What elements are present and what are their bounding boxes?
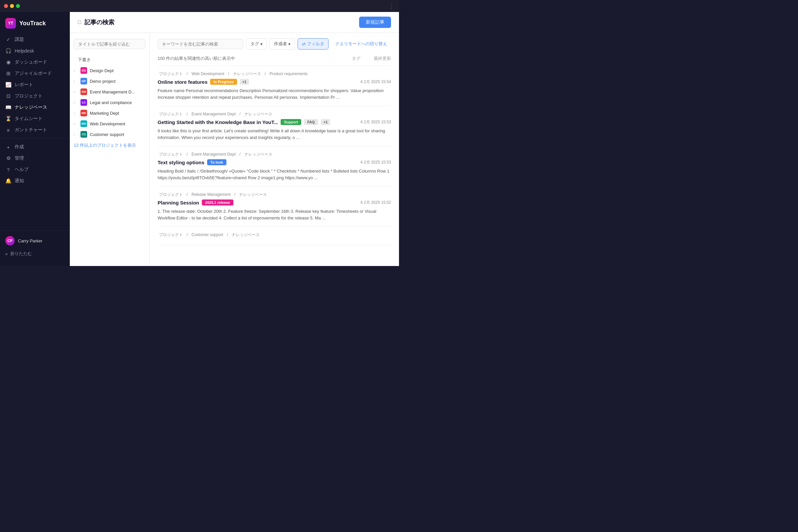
window-controls[interactable] (4, 4, 20, 8)
article-card-partial: プロジェクト / Customer support / ナレッジベース (158, 227, 391, 245)
results-count: 100 件の結果を関連性の高い順に表示中 (158, 56, 235, 61)
filter-button[interactable]: ⇄ フィルタ (298, 38, 328, 50)
agile-icon: ⊞ (5, 71, 11, 76)
filter-icon: ⇄ (302, 41, 306, 46)
project-item-demo[interactable]: › DP Demo project (70, 76, 149, 87)
project-name: Design Dept (90, 68, 114, 73)
article-title-row: Getting Started with the Knowledge Base … (158, 119, 391, 125)
title-filter-input[interactable] (74, 39, 145, 49)
sidebar-item-timesheets[interactable]: ⌛ タイムシート (0, 113, 70, 125)
articles-list: プロジェクト / Web Development / ナレッジベース / Pro… (158, 66, 391, 245)
article-title[interactable]: Online store features (158, 79, 208, 85)
chevron-right-icon: › (74, 133, 78, 136)
sidebar-item-reports[interactable]: 📈 レポート (0, 79, 70, 91)
breadcrumb-part: ナレッジベース (244, 152, 272, 157)
results-info: 100 件の結果を関連性の高い順に表示中 タグ 最終更新 (158, 54, 391, 66)
chevron-right-icon: › (74, 79, 78, 83)
project-item-design[interactable]: › DD Design Dept (70, 65, 149, 76)
project-item-legal[interactable]: › LC Legal and compliance (70, 97, 149, 108)
project-item-marketing[interactable]: › MD Marketing Dept (70, 108, 149, 118)
article-breadcrumb: プロジェクト / Web Development / ナレッジベース / Pro… (158, 71, 391, 77)
logo-icon: YT (5, 18, 16, 28)
article-breadcrumb: プロジェクト / Release Management / ナレッジベース (158, 192, 391, 197)
keyword-search-input[interactable] (158, 39, 243, 49)
logo-text: YouTrack (19, 20, 46, 27)
article-card[interactable]: プロジェクト / Event Management Dept / ナレッジベース… (158, 106, 391, 146)
header-title-area: □ 記事の検索 (78, 18, 114, 26)
article-excerpt: It looks like this is your first article… (158, 128, 391, 141)
author-filter-button[interactable]: 作成者 ▾ (270, 38, 295, 50)
project-color-dot: MD (80, 110, 87, 116)
sidebar: YT YouTrack ✓ 課題 🎧 Helpdesk ◉ ダッシュボード ⊞ … (0, 12, 70, 266)
chevron-right-icon: › (74, 122, 78, 126)
article-card[interactable]: プロジェクト / Event Management Dept / ナレッジベース… (158, 146, 391, 187)
sidebar-logo[interactable]: YT YouTrack (0, 16, 70, 34)
sidebar-item-label: タイムシート (15, 116, 42, 122)
project-item-event[interactable]: › EM Event Management D... (70, 87, 149, 97)
sidebar-item-label: 作成 (15, 144, 24, 150)
sidebar-item-help[interactable]: ? ヘルプ (0, 164, 70, 175)
project-name: Marketing Dept (90, 111, 119, 116)
breadcrumb-part: Product requirements (270, 72, 308, 76)
sidebar-item-agile[interactable]: ⊞ アジャイルボード (0, 68, 70, 79)
tag-badge: +1 (321, 119, 330, 125)
sidebar-item-issues[interactable]: ✓ 課題 (0, 34, 70, 45)
article-title[interactable]: Text styling options (158, 159, 205, 165)
collapse-button[interactable]: « 折りたたむ (0, 248, 70, 259)
sidebar-item-knowledge[interactable]: 📖 ナレッジベース (0, 102, 70, 113)
tag-badge: +1 (240, 79, 249, 85)
query-mode-button[interactable]: クエリモードへの切り替え (331, 39, 391, 49)
breadcrumb-part: プロジェクト (159, 152, 183, 157)
article-card[interactable]: プロジェクト / Web Development / ナレッジベース / Pro… (158, 66, 391, 106)
author-chevron-icon: ▾ (288, 41, 291, 46)
titlebar-menu-icon[interactable]: ⋮ (388, 2, 395, 10)
project-name: Customer support (90, 132, 124, 137)
breadcrumb-part: Release Management (191, 192, 230, 197)
article-card[interactable]: プロジェクト / Release Management / ナレッジベース Pl… (158, 187, 391, 227)
user-profile[interactable]: CP Carry Parker (0, 233, 70, 248)
project-name: Web Development (90, 121, 125, 126)
project-color-dot: WD (80, 120, 87, 127)
issues-icon: ✓ (5, 37, 11, 42)
minimize-button[interactable] (10, 4, 14, 8)
show-more-projects[interactable]: 12 件以上のプロジェクトを表示 (70, 140, 149, 151)
project-item-web[interactable]: › WD Web Development (70, 118, 149, 129)
maximize-button[interactable] (16, 4, 20, 8)
breadcrumb-part: Web Development (191, 72, 225, 76)
new-article-button[interactable]: 新規記事 (359, 17, 391, 28)
collapse-label: 折りたたむ (10, 251, 32, 257)
sidebar-item-create[interactable]: + 作成 (0, 141, 70, 153)
user-name: Carry Parker (18, 239, 42, 243)
tag-filter-button[interactable]: タグ ▾ (246, 38, 267, 50)
breadcrumb-part: Event Management Dept (191, 152, 236, 157)
article-title[interactable]: Planning Session (158, 200, 199, 206)
project-color-dot: CS (80, 131, 87, 138)
sidebar-item-gantt[interactable]: ≡ ガントチャート (0, 125, 70, 136)
article-excerpt: Heading Bold / Italic / /Strikethrough/ … (158, 168, 391, 181)
article-title[interactable]: Getting Started with the Knowledge Base … (158, 119, 278, 125)
author-filter-label: 作成者 (274, 41, 287, 47)
chevron-right-icon: › (74, 111, 78, 115)
titlebar: ⋮ (0, 0, 399, 12)
close-button[interactable] (4, 4, 8, 8)
knowledge-icon: 📖 (5, 104, 11, 110)
sidebar-item-dashboard[interactable]: ◉ ダッシュボード (0, 57, 70, 68)
project-item-support[interactable]: › CS Customer support (70, 129, 149, 140)
article-date: 4 2月 2025 15:54 (360, 79, 391, 85)
sidebar-item-helpdesk[interactable]: 🎧 Helpdesk (0, 45, 70, 57)
sidebar-item-notifications[interactable]: 🔔 通知 (0, 175, 70, 187)
sidebar-item-projects[interactable]: ⊡ プロジェクト (0, 91, 70, 102)
tag-chevron-icon: ▾ (260, 41, 263, 46)
draft-item[interactable]: 下書き (70, 55, 149, 65)
main-header: □ 記事の検索 新規記事 (70, 12, 399, 33)
help-icon: ? (5, 167, 11, 173)
header-icon: □ (78, 19, 81, 25)
project-name: Legal and compliance (90, 100, 132, 105)
collapse-icon: « (5, 251, 8, 256)
breadcrumb-part: ナレッジベース (233, 72, 261, 76)
create-icon: + (5, 144, 11, 150)
article-title-row: Online store features In Progress+1 4 2月… (158, 79, 391, 85)
article-search-filter (70, 37, 149, 53)
sidebar-item-admin[interactable]: ⚙ 管理 (0, 153, 70, 164)
date-col-header: 最終更新 (374, 56, 391, 61)
